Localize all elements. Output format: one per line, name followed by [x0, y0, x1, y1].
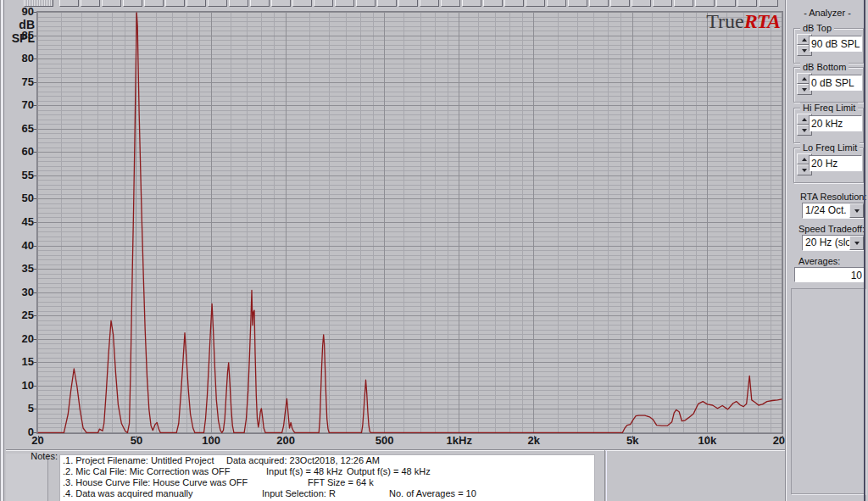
toolbar-button[interactable] — [441, 0, 460, 7]
note-line: .2. Mic Cal File: Mic Correction was OFF… — [60, 466, 594, 477]
toolbar-button[interactable] — [271, 0, 291, 7]
toolbar-button[interactable] — [716, 0, 736, 7]
hi-freq-limit-group: Hi Freq Limit 20 kHz — [793, 108, 864, 143]
lo-freq-limit-label: Lo Freq Limit — [800, 142, 860, 153]
hi-freq-limit-field[interactable]: 20 kHz — [809, 115, 862, 131]
chevron-down-icon — [854, 209, 860, 213]
speed-tradeoff-label: Speed Tradeoff: — [798, 224, 865, 234]
y-tick-mark — [33, 58, 36, 59]
toolbar-button[interactable] — [589, 0, 609, 7]
analyzer-panel-title: - Analyzer - — [786, 8, 868, 18]
truerta-window: dB SPL TrueRTA 9085807570656055504540353… — [0, 0, 868, 501]
x-tick-mark — [632, 436, 633, 439]
rta-resolution-dropdown-button[interactable] — [849, 203, 864, 218]
lo-freq-limit-field[interactable]: 20 Hz — [809, 155, 862, 171]
y-tick-mark — [33, 409, 36, 409]
toolbar-button[interactable] — [632, 0, 651, 7]
window-right-border — [864, 0, 865, 501]
y-tick-mark — [33, 198, 36, 199]
toolbar-button[interactable] — [483, 0, 503, 7]
toolbar-button[interactable] — [250, 0, 270, 7]
rta-resolution-label: RTA Resolution: — [800, 192, 866, 202]
toolbar-button[interactable] — [653, 0, 672, 7]
db-top-field[interactable]: 90 dB SPL — [809, 36, 862, 52]
toolbar-button[interactable] — [568, 0, 587, 7]
toolbar-button[interactable] — [186, 0, 206, 7]
speed-tradeoff-dropdown-button[interactable] — [849, 236, 864, 250]
toolbar-button[interactable] — [229, 0, 248, 7]
toolbar-button[interactable] — [292, 0, 312, 7]
y-tick-mark — [33, 175, 36, 176]
y-tick-mark — [33, 386, 36, 387]
chart-panel: dB SPL TrueRTA 9085807570656055504540353… — [0, 0, 785, 449]
spectrum-plot[interactable] — [36, 11, 783, 434]
note-text: .3. House Curve File: House Curve was OF… — [63, 477, 248, 487]
toolbar-button[interactable] — [59, 0, 79, 7]
y-tick-mark — [33, 339, 36, 340]
toolbar — [0, 0, 785, 7]
note-text: No. of Averages = 10 — [389, 488, 476, 498]
db-bottom-group: dB Bottom 0 dB SPL — [793, 67, 864, 103]
bottom-pane-divider[interactable] — [604, 450, 605, 501]
y-tick-mark — [33, 292, 36, 293]
toolbar-button[interactable] — [462, 0, 481, 7]
toolbar-button[interactable] — [526, 0, 545, 7]
x-tick-mark — [211, 436, 212, 439]
toolbar-button[interactable] — [335, 0, 354, 7]
y-tick-mark — [33, 105, 36, 106]
db-top-group: dB Top 90 dB SPL — [793, 28, 864, 64]
hi-freq-limit-label: Hi Freq Limit — [800, 103, 858, 113]
notes-text-area[interactable]: .1. Project Filename: Untitled ProjectDa… — [59, 454, 595, 501]
toolbar-button[interactable] — [356, 0, 376, 7]
x-tick-mark — [38, 436, 39, 439]
toolbar-button[interactable] — [674, 0, 693, 7]
logo-rta-text: RTA — [744, 10, 780, 32]
toolbar-button[interactable] — [165, 0, 185, 7]
toolbar-button[interactable] — [504, 0, 524, 7]
toolbar-button[interactable] — [102, 0, 121, 7]
arrow-up-icon — [802, 38, 807, 42]
chevron-down-icon — [854, 242, 860, 245]
arrow-down-icon — [802, 129, 807, 132]
x-tick-mark — [782, 436, 783, 439]
note-text: Input Selection: R — [262, 488, 336, 498]
y-tick-mark — [33, 269, 36, 270]
toolbar-button[interactable] — [420, 0, 439, 7]
note-text: .1. Project Filename: Untitled Project — [63, 455, 214, 465]
toolbar-button[interactable] — [208, 0, 227, 7]
toolbar-button[interactable] — [610, 0, 630, 7]
x-tick-mark — [286, 436, 287, 439]
y-tick-mark — [33, 12, 36, 13]
toolbar-button[interactable] — [123, 0, 142, 7]
analyzer-panel: - Analyzer - dB Top 90 dB SPL dB Bottom … — [785, 0, 868, 501]
toolbar-button[interactable] — [314, 0, 333, 7]
arrow-up-icon — [802, 77, 807, 81]
window-left-border — [0, 0, 6, 501]
speed-tradeoff-combobox[interactable]: 20 Hz (slow — [802, 235, 865, 251]
note-line: .1. Project Filename: Untitled ProjectDa… — [60, 455, 594, 466]
x-tick-mark — [136, 436, 137, 439]
toolbar-pattern-button[interactable] — [24, 0, 53, 7]
averages-input[interactable]: 10 — [794, 267, 865, 282]
toolbar-button[interactable] — [377, 0, 397, 7]
toolbar-button[interactable] — [144, 0, 164, 7]
toolbar-button[interactable] — [737, 0, 757, 7]
x-tick-mark — [385, 436, 386, 439]
arrow-down-icon — [802, 169, 807, 172]
rta-resolution-combobox[interactable]: 1/24 Oct. — [802, 203, 865, 219]
y-tick-mark — [33, 152, 36, 153]
toolbar-button[interactable] — [81, 0, 100, 7]
db-bottom-field[interactable]: 0 dB SPL — [809, 75, 862, 91]
toolbar-button[interactable] — [695, 0, 715, 7]
notes-label: Notes: — [0, 451, 58, 461]
note-line: .4. Data was acquired manuallyInput Sele… — [60, 488, 594, 499]
x-tick-mark — [459, 436, 460, 439]
db-bottom-label: dB Bottom — [800, 62, 849, 72]
arrow-up-icon — [802, 118, 807, 121]
y-tick-mark — [33, 36, 36, 36]
toolbar-button[interactable] — [398, 0, 418, 7]
toolbar-button[interactable] — [759, 0, 778, 7]
note-line: .3. House Curve File: House Curve was OF… — [60, 477, 594, 488]
toolbar-button[interactable] — [547, 0, 566, 7]
rta-resolution-value: 1/24 Oct. — [805, 204, 847, 216]
